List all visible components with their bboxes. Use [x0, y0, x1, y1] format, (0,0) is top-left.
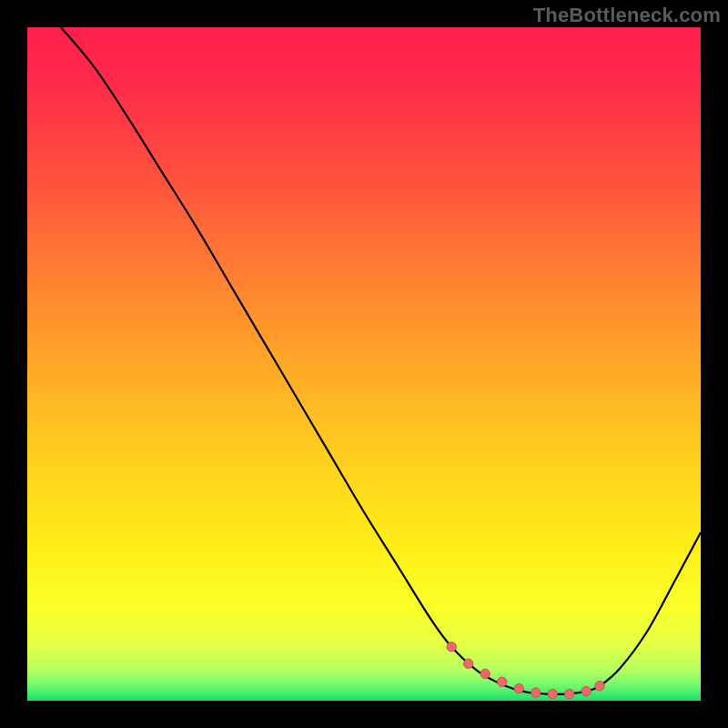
gradient-background	[27, 27, 701, 701]
trough-marker	[447, 642, 456, 652]
watermark-text: TheBottleneck.com	[533, 4, 721, 27]
trough-marker	[498, 677, 507, 686]
trough-marker	[514, 683, 523, 693]
plot-area	[27, 27, 701, 701]
trough-marker	[595, 682, 604, 691]
trough-marker	[464, 659, 473, 668]
chart-frame: TheBottleneck.com	[0, 0, 728, 728]
chart-svg	[27, 27, 701, 701]
trough-marker	[480, 669, 490, 678]
trough-marker	[565, 689, 574, 698]
trough-marker	[581, 686, 591, 695]
trough-marker	[548, 689, 557, 698]
trough-marker	[531, 688, 541, 697]
